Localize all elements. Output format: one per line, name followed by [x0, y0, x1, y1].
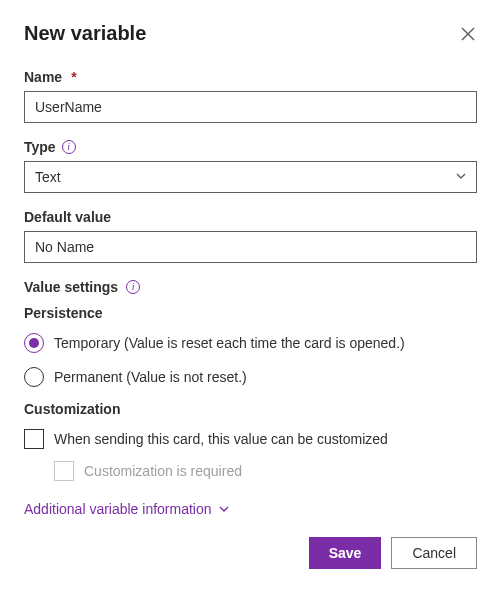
radio-temporary-label: Temporary (Value is reset each time the … [54, 335, 405, 351]
value-settings-label: Value settings i [24, 279, 477, 295]
persistence-label: Persistence [24, 305, 477, 321]
radio-permanent-label: Permanent (Value is not reset.) [54, 369, 247, 385]
radio-temporary[interactable]: Temporary (Value is reset each time the … [24, 333, 477, 353]
chevron-down-icon [218, 503, 230, 515]
checkbox-send-custom-label: When sending this card, this value can b… [54, 431, 388, 447]
close-button[interactable] [459, 25, 477, 43]
checkbox-custom-required: Customization is required [54, 461, 477, 481]
radio-icon [24, 333, 44, 353]
dialog-title: New variable [24, 22, 146, 45]
type-select[interactable] [24, 161, 477, 193]
required-indicator: * [71, 69, 76, 85]
type-label: Type i [24, 139, 477, 155]
default-input[interactable] [24, 231, 477, 263]
info-icon[interactable]: i [62, 140, 76, 154]
info-icon[interactable]: i [126, 280, 140, 294]
cancel-button[interactable]: Cancel [391, 537, 477, 569]
additional-info-toggle[interactable]: Additional variable information [24, 501, 230, 517]
default-label: Default value [24, 209, 477, 225]
checkbox-send-custom[interactable]: When sending this card, this value can b… [24, 429, 477, 449]
radio-icon [24, 367, 44, 387]
save-button[interactable]: Save [309, 537, 382, 569]
close-icon [461, 27, 475, 41]
name-input[interactable] [24, 91, 477, 123]
checkbox-custom-required-label: Customization is required [84, 463, 242, 479]
checkbox-icon [24, 429, 44, 449]
customization-label: Customization [24, 401, 477, 417]
name-label: Name* [24, 69, 477, 85]
checkbox-icon [54, 461, 74, 481]
radio-permanent[interactable]: Permanent (Value is not reset.) [24, 367, 477, 387]
